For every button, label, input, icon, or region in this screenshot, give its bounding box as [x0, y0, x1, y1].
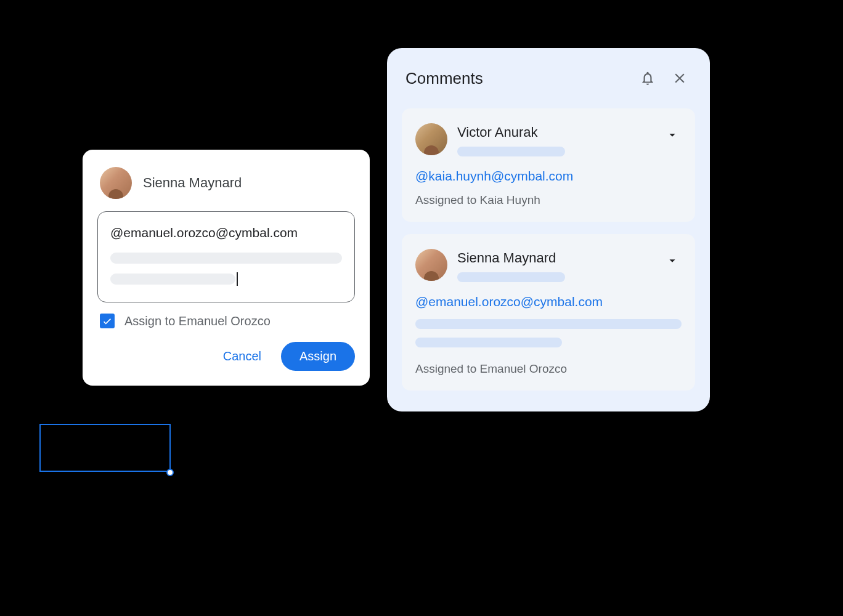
compose-actions: Cancel Assign	[97, 342, 355, 371]
bell-icon	[640, 70, 656, 86]
comment-author: Sienna Maynard	[457, 250, 653, 266]
assign-checkbox-row[interactable]: Assign to Emanuel Orozco	[97, 314, 355, 328]
close-icon	[672, 70, 688, 86]
check-icon	[102, 315, 113, 326]
comment-body-placeholder	[415, 338, 562, 347]
chevron-down-icon	[666, 254, 679, 267]
compose-author-name: Sienna Maynard	[143, 175, 242, 191]
assigned-to-text: Assigned to Emanuel Orozco	[415, 362, 682, 376]
text-cursor	[237, 272, 238, 286]
assigned-to-text: Assigned to Kaia Huynh	[415, 193, 682, 207]
comments-header: Comments	[402, 63, 695, 94]
mention-link[interactable]: @kaia.huynh@cymbal.com	[415, 169, 682, 184]
avatar	[415, 123, 447, 155]
notifications-button[interactable]	[636, 67, 659, 90]
expand-button[interactable]	[663, 251, 682, 270]
assign-checkbox-label: Assign to Emanuel Orozco	[124, 314, 271, 328]
comment-input[interactable]: @emanuel.orozco@cymbal.com	[97, 211, 355, 302]
assign-checkbox[interactable]	[100, 314, 115, 328]
mention-link[interactable]: @emanuel.orozco@cymbal.com	[415, 294, 682, 309]
comment-meta-placeholder	[457, 147, 565, 156]
text-placeholder-line	[110, 274, 235, 285]
avatar	[100, 167, 132, 199]
text-placeholder-line	[110, 253, 342, 264]
chevron-down-icon	[666, 128, 679, 142]
comment-head: Sienna Maynard	[415, 249, 682, 282]
comments-title: Comments	[405, 69, 627, 88]
cancel-button[interactable]: Cancel	[210, 342, 275, 371]
selection-box	[39, 424, 171, 472]
mention-text: @emanuel.orozco@cymbal.com	[110, 225, 342, 240]
comment-card[interactable]: Victor Anurak @kaia.huynh@cymbal.com Ass…	[402, 108, 695, 222]
expand-button[interactable]	[663, 126, 682, 144]
compose-header: Sienna Maynard	[97, 167, 355, 199]
comment-meta-placeholder	[457, 272, 565, 282]
comment-body-placeholder	[415, 319, 682, 329]
selection-handle[interactable]	[166, 469, 174, 476]
comment-card[interactable]: Sienna Maynard @emanuel.orozco@cymbal.co…	[402, 234, 695, 391]
assign-button[interactable]: Assign	[281, 342, 355, 371]
comment-head: Victor Anurak	[415, 123, 682, 156]
avatar	[415, 249, 447, 281]
comments-panel: Comments Victor Anurak @kaia.huynh@cymba…	[387, 48, 710, 411]
comment-author: Victor Anurak	[457, 124, 653, 140]
close-button[interactable]	[668, 67, 691, 90]
compose-comment-card: Sienna Maynard @emanuel.orozco@cymbal.co…	[83, 150, 370, 386]
